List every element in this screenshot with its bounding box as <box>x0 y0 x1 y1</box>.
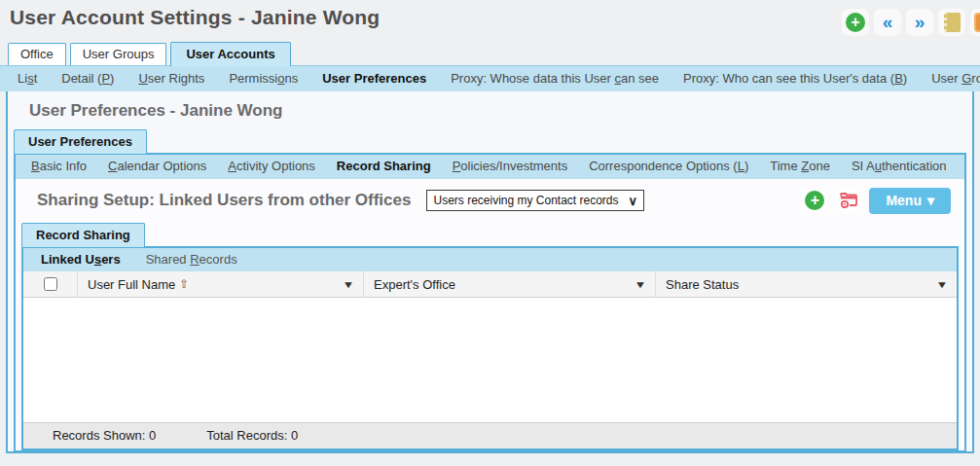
grid-col-experts-office[interactable]: Expert's Office ▼ <box>364 271 656 297</box>
menu-item-calendar-options[interactable]: Calendar Options <box>108 159 206 173</box>
page-bottom-margin <box>0 453 980 466</box>
share-filter-select[interactable]: Users receiving my Contact records ∨ <box>426 190 644 211</box>
chevron-double-right-icon: » <box>915 13 926 33</box>
sort-asc-icon: ⇧ <box>179 277 189 291</box>
page-title: User Account Settings - Janine Wong <box>10 6 380 29</box>
user-preferences-panel-wrap: User Preferences Basic Info Calendar Opt… <box>14 128 966 452</box>
menu-item-time-zone[interactable]: Time Zone <box>770 159 830 173</box>
grid-col-user-full-name[interactable]: User Full Name ⇧ ▼ <box>78 271 364 297</box>
record-sharing-panel: Linked Users Shared Records User Full Na… <box>21 246 959 450</box>
menu-item-record-sharing[interactable]: Record Sharing <box>337 159 431 173</box>
tab-office[interactable]: Office <box>8 43 66 65</box>
tab-user-groups[interactable]: User Groups <box>70 43 167 65</box>
user-preferences-menu: Basic Info Calendar Options Activity Opt… <box>16 155 964 179</box>
menu-item-user-preferences[interactable]: User Preferences <box>322 71 426 86</box>
subtab-shared-records[interactable]: Shared Records <box>146 252 237 267</box>
total-records-count: Total Records: 0 <box>206 428 298 443</box>
add-linked-user-button[interactable]: + <box>801 187 828 214</box>
partial-button[interactable] <box>970 9 980 36</box>
add-icon: + <box>805 191 824 210</box>
menu-item-policies-investments[interactable]: Policies/Investments <box>453 159 568 173</box>
section-heading: User Preferences - Janine Wong <box>8 91 972 128</box>
menu-item-user-groups[interactable]: User Groups <box>931 71 980 86</box>
folder-settings-button[interactable] <box>835 187 862 214</box>
caret-down-icon: ▾ <box>927 193 934 208</box>
nav-back-button[interactable]: « <box>874 9 901 36</box>
select-all-checkbox[interactable] <box>44 277 57 291</box>
add-button[interactable]: + <box>842 9 869 36</box>
column-label: Expert's Office <box>374 277 455 292</box>
tab-user-accounts[interactable]: User Accounts <box>170 42 290 66</box>
app-header: User Account Settings - Janine Wong + « … <box>0 0 980 41</box>
menu-item-basic-info[interactable]: Basic Info <box>31 159 87 173</box>
notebook-icon <box>944 13 961 32</box>
filter-icon[interactable]: ▼ <box>936 279 949 290</box>
menu-item-list[interactable]: List <box>18 71 37 86</box>
menu-item-permissions[interactable]: Permissions <box>229 71 298 86</box>
nav-forward-button[interactable]: » <box>906 9 933 36</box>
filter-icon[interactable]: ▼ <box>343 279 355 290</box>
menu-item-user-rights[interactable]: User Rights <box>138 71 204 86</box>
tab-record-sharing-panel[interactable]: Record Sharing <box>21 223 145 247</box>
filter-icon[interactable]: ▼ <box>635 279 647 290</box>
main-tab-bar: Office User Groups User Accounts <box>0 41 980 65</box>
tab-user-preferences-panel[interactable]: User Preferences <box>14 129 147 154</box>
user-accounts-menu: List Detail (P) User Rights Permissions … <box>0 65 980 91</box>
chevron-double-left-icon: « <box>883 13 893 33</box>
menu-item-correspondence-options[interactable]: Correspondence Options (L) <box>589 159 748 173</box>
records-shown-count: Records Shown: 0 <box>53 428 156 443</box>
column-label: Share Status <box>666 277 739 292</box>
user-accounts-panel: User Preferences - Janine Wong User Pref… <box>6 91 974 453</box>
folder-gear-icon <box>839 191 858 210</box>
subtab-linked-users[interactable]: Linked Users <box>41 252 121 267</box>
menu-item-si-authentication[interactable]: SI Authentication <box>852 159 947 173</box>
add-icon: + <box>846 13 865 32</box>
column-label: User Full Name <box>88 277 175 292</box>
grid-col-share-status[interactable]: Share Status ▼ <box>656 271 957 297</box>
menu-item-activity-options[interactable]: Activity Options <box>228 159 315 173</box>
menu-item-proxy-who-can-see[interactable]: Proxy: Who can see this User's data (B) <box>683 71 907 86</box>
menu-button[interactable]: Menu ▾ <box>869 188 951 214</box>
menu-item-proxy-whose-data[interactable]: Proxy: Whose data this User can see <box>451 71 659 86</box>
share-filter-selected-value: Users receiving my Contact records <box>433 194 618 207</box>
sharing-toolbar: Sharing Setup: Linked Users from other O… <box>16 179 964 218</box>
sharing-toolbar-actions: + Menu ▾ <box>801 187 951 214</box>
header-toolbar: + « » <box>842 9 980 36</box>
sharing-heading: Sharing Setup: Linked Users from other O… <box>37 191 411 210</box>
grid-footer: Records Shown: 0 Total Records: 0 <box>23 422 957 448</box>
record-sharing-subtabs: Linked Users Shared Records <box>23 248 957 271</box>
grid-select-all-cell <box>23 271 78 297</box>
grid-header-row: User Full Name ⇧ ▼ Expert's Office ▼ Sha… <box>23 271 957 298</box>
partial-orange-icon <box>974 13 980 32</box>
record-sharing-panel-wrap: Record Sharing Linked Users Shared Recor… <box>21 222 959 450</box>
notebook-button[interactable] <box>938 9 965 36</box>
menu-item-detail[interactable]: Detail (P) <box>61 71 114 86</box>
select-chevron-icon: ∨ <box>629 194 638 208</box>
user-preferences-panel: Basic Info Calendar Options Activity Opt… <box>14 153 966 452</box>
grid-body-empty <box>23 298 957 422</box>
